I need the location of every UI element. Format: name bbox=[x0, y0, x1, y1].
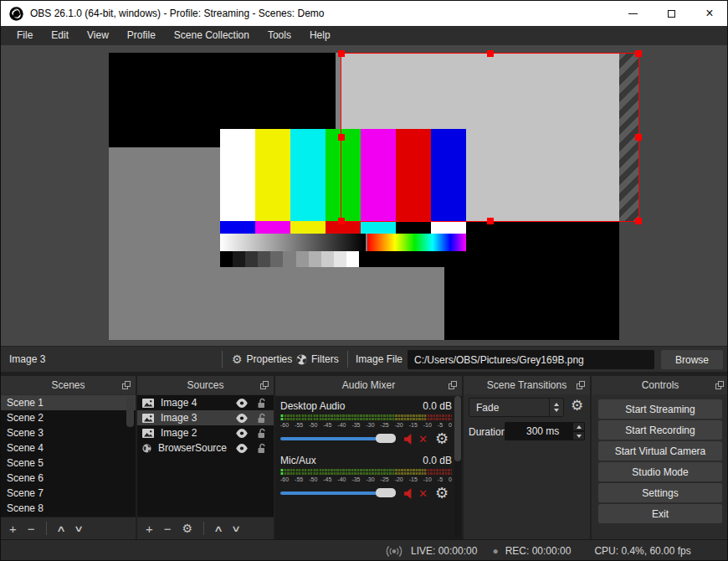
mixer-scrollbar-track[interactable] bbox=[454, 396, 461, 538]
cpu-fps-stats: CPU: 0.4%, 60.00 fps bbox=[594, 545, 690, 557]
studio-mode-button[interactable]: Studio Mode bbox=[598, 462, 722, 481]
duration-spinbox[interactable]: 300 ms bbox=[505, 422, 585, 440]
resize-handle-top-right[interactable] bbox=[635, 50, 642, 57]
transition-select[interactable]: Fade bbox=[469, 398, 564, 417]
resize-handle-middle-right[interactable] bbox=[635, 134, 642, 141]
popout-dock-icon[interactable] bbox=[260, 381, 269, 389]
menu-view[interactable]: View bbox=[78, 26, 118, 45]
gray-step-wedge bbox=[220, 251, 359, 267]
browse-button[interactable]: Browse bbox=[661, 350, 723, 369]
move-source-up-button[interactable]: ∧ bbox=[213, 523, 223, 534]
scene-list-item[interactable]: Scene 8 bbox=[1, 501, 136, 516]
lock-open-icon[interactable] bbox=[257, 428, 267, 439]
maximize-button[interactable] bbox=[652, 1, 690, 26]
popout-dock-icon[interactable] bbox=[122, 381, 131, 389]
transition-value: Fade bbox=[469, 402, 549, 414]
source-properties-gear-icon[interactable]: ⚙ bbox=[182, 522, 193, 534]
selected-source-label: Image 3 bbox=[9, 347, 45, 372]
source-list-item[interactable]: Image 4 bbox=[137, 395, 274, 410]
scene-list-item[interactable]: Scene 4 bbox=[1, 440, 136, 455]
resize-handle-top-left[interactable] bbox=[338, 50, 345, 57]
source-list-item-selected[interactable]: Image 3 bbox=[137, 410, 274, 425]
add-scene-button[interactable]: + bbox=[9, 522, 17, 535]
source-list-item[interactable]: Image 2 bbox=[137, 425, 274, 440]
live-time: LIVE: 00:00:00 bbox=[411, 545, 477, 557]
popout-dock-icon[interactable] bbox=[577, 381, 585, 389]
grayscale-gradient bbox=[220, 234, 366, 251]
scene-list-item[interactable]: Scene 3 bbox=[1, 425, 136, 440]
move-scene-up-button[interactable]: ∧ bbox=[56, 523, 66, 534]
controls-dock-header[interactable]: Controls bbox=[592, 376, 728, 394]
volume-slider[interactable] bbox=[280, 437, 394, 440]
resize-handle-bottom-right[interactable] bbox=[635, 218, 642, 224]
duration-decrease-button[interactable] bbox=[573, 432, 584, 440]
lock-open-icon[interactable] bbox=[257, 398, 267, 409]
start-virtual-camera-button[interactable]: Start Virtual Camera bbox=[598, 441, 722, 461]
sources-dock-header[interactable]: Sources bbox=[137, 376, 274, 394]
visibility-eye-icon[interactable] bbox=[235, 399, 249, 408]
resize-handle-bottom-middle[interactable] bbox=[487, 218, 494, 224]
image-file-input[interactable] bbox=[408, 350, 654, 369]
move-source-down-button[interactable]: ∨ bbox=[231, 523, 241, 534]
channel-settings-gear-icon[interactable]: ⚙ bbox=[435, 431, 449, 446]
mute-speaker-icon[interactable] bbox=[404, 434, 417, 445]
duration-increase-button[interactable] bbox=[573, 423, 584, 430]
menu-profile[interactable]: Profile bbox=[118, 26, 165, 45]
menu-edit[interactable]: Edit bbox=[42, 26, 78, 45]
popout-dock-icon[interactable] bbox=[449, 381, 457, 389]
resize-handle-bottom-left[interactable] bbox=[338, 218, 345, 224]
source-selection-box[interactable] bbox=[341, 53, 639, 222]
close-icon: × bbox=[705, 7, 713, 20]
add-source-button[interactable]: + bbox=[146, 522, 153, 535]
preview-area[interactable] bbox=[1, 45, 728, 346]
menu-file[interactable]: File bbox=[8, 26, 42, 45]
resize-handle-middle-left[interactable] bbox=[338, 134, 345, 141]
close-button[interactable]: × bbox=[690, 1, 728, 26]
minimize-button[interactable] bbox=[613, 1, 652, 26]
menu-scene-collection[interactable]: Scene Collection bbox=[165, 26, 259, 45]
properties-button[interactable]: ⚙ Properties bbox=[232, 347, 292, 372]
scene-list-item[interactable]: Scene 2 bbox=[1, 410, 136, 425]
scene-canvas[interactable] bbox=[109, 53, 619, 340]
source-list-item[interactable]: BrowserSource bbox=[137, 440, 274, 455]
toolbar-separator bbox=[203, 522, 204, 535]
start-streaming-button[interactable]: Start Streaming bbox=[598, 399, 722, 419]
remove-scene-button[interactable]: − bbox=[28, 522, 35, 535]
transition-settings-gear-icon[interactable]: ⚙ bbox=[571, 399, 583, 413]
mute-speaker-icon[interactable] bbox=[404, 488, 417, 499]
image-source-icon bbox=[142, 399, 154, 408]
remove-source-button[interactable]: − bbox=[164, 522, 172, 535]
volume-slider[interactable] bbox=[280, 492, 394, 495]
volume-meter bbox=[280, 469, 452, 475]
scene-list-item[interactable]: Scene 1 bbox=[1, 395, 136, 410]
scenes-dock-header[interactable]: Scenes bbox=[1, 376, 136, 394]
image-source-icon bbox=[142, 414, 154, 423]
exit-button[interactable]: Exit bbox=[598, 504, 722, 523]
settings-button[interactable]: Settings bbox=[598, 483, 722, 502]
combo-arrows[interactable] bbox=[549, 399, 563, 416]
volume-slider-handle[interactable] bbox=[376, 434, 396, 443]
visibility-eye-icon[interactable] bbox=[235, 429, 249, 438]
scene-list-item[interactable]: Scene 5 bbox=[1, 455, 136, 471]
black-source-bottom-right[interactable] bbox=[444, 222, 619, 340]
popout-dock-icon[interactable] bbox=[715, 381, 724, 389]
start-recording-button[interactable]: Start Recording bbox=[598, 420, 722, 440]
menu-help[interactable]: Help bbox=[300, 26, 340, 45]
scenes-scrollbar[interactable] bbox=[126, 397, 134, 427]
visibility-eye-icon[interactable] bbox=[235, 444, 249, 453]
visibility-eye-icon[interactable] bbox=[235, 414, 249, 423]
move-scene-down-button[interactable]: ∨ bbox=[74, 523, 84, 534]
channel-settings-gear-icon[interactable]: ⚙ bbox=[435, 486, 449, 501]
scene-list-item[interactable]: Scene 6 bbox=[1, 471, 136, 486]
filters-button[interactable]: Filters bbox=[296, 347, 339, 372]
transitions-dock-header[interactable]: Scene Transitions bbox=[464, 376, 590, 394]
resize-handle-top-middle[interactable] bbox=[487, 50, 494, 57]
scene-list-item[interactable]: Scene 7 bbox=[1, 486, 136, 501]
audio-mixer-dock-header[interactable]: Audio Mixer bbox=[275, 376, 462, 394]
lock-open-icon[interactable] bbox=[257, 413, 267, 424]
lock-open-icon[interactable] bbox=[257, 443, 267, 454]
menu-tools[interactable]: Tools bbox=[259, 26, 300, 45]
mixer-scrollbar[interactable] bbox=[454, 396, 461, 461]
volume-slider-handle[interactable] bbox=[376, 488, 396, 497]
audio-mixer-dock: Audio Mixer Desktop Audio 0.0 dB bbox=[275, 376, 462, 539]
